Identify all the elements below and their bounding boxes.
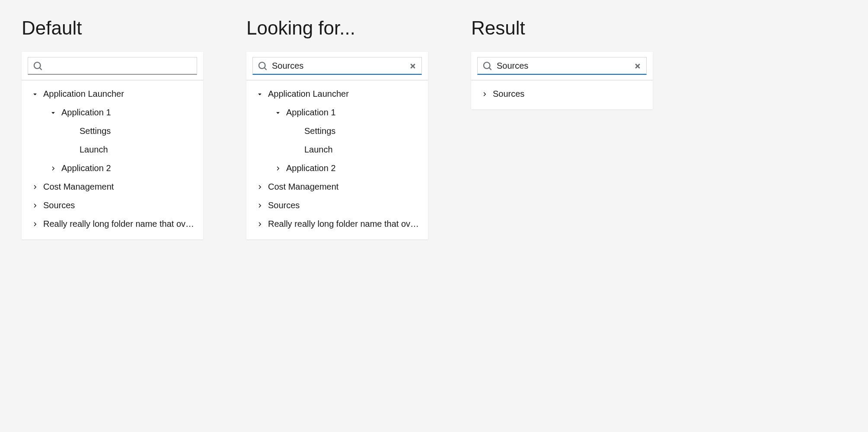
tree-node[interactable]: Launch — [22, 140, 203, 159]
column-title: Result — [471, 17, 653, 39]
chevron-down-icon[interactable] — [32, 91, 38, 97]
tree-node-label: Settings — [80, 126, 111, 136]
tree-node-label: Sources — [268, 200, 300, 210]
tree-node-label: Application Launcher — [268, 89, 349, 99]
tree-node-label: Application Launcher — [43, 89, 124, 99]
tree-node[interactable]: Sources — [22, 196, 203, 215]
search-icon — [258, 62, 267, 70]
search-wrapper — [22, 52, 203, 75]
tree-node[interactable]: Cost Management — [22, 178, 203, 196]
tree-panel: Sources — [471, 52, 653, 109]
tree-node[interactable]: Sources — [471, 85, 653, 103]
tree-node-label: Application 1 — [61, 108, 111, 118]
tree-node-label: Application 2 — [61, 163, 111, 173]
tree-node[interactable]: Application 1 — [246, 103, 428, 122]
chevron-right-icon[interactable] — [32, 221, 38, 227]
tree-list: Application LauncherApplication 1Setting… — [22, 80, 203, 239]
tree-node-label: Launch — [80, 145, 108, 155]
search-input[interactable] — [272, 61, 404, 71]
tree-node-label: Launch — [304, 145, 333, 155]
tree-node-label: Cost Management — [268, 182, 338, 192]
tree-node-label: Sources — [43, 200, 75, 210]
state-column: Looking for...Application LauncherApplic… — [246, 17, 428, 239]
chevron-right-icon[interactable] — [32, 203, 38, 209]
chevron-down-icon[interactable] — [275, 110, 281, 116]
tree-node[interactable]: Application 2 — [22, 159, 203, 178]
tree-panel: Application LauncherApplication 1Setting… — [22, 52, 203, 239]
clear-icon[interactable] — [409, 63, 416, 70]
search-wrapper — [246, 52, 428, 75]
tree-node-label: Really really long folder name that over… — [43, 219, 197, 229]
tree-node-label: Application 2 — [286, 163, 336, 173]
search-icon — [483, 62, 491, 70]
tree-node[interactable]: Settings — [22, 122, 203, 140]
chevron-right-icon[interactable] — [32, 184, 38, 190]
state-column: DefaultApplication LauncherApplication 1… — [22, 17, 203, 239]
state-column: ResultSources — [471, 17, 653, 109]
caret-spacer — [68, 128, 74, 134]
tree-node-label: Sources — [493, 89, 524, 99]
tree-node[interactable]: Application 1 — [22, 103, 203, 122]
caret-spacer — [68, 147, 74, 153]
chevron-down-icon[interactable] — [257, 91, 263, 97]
search-box[interactable] — [477, 57, 647, 75]
tree-node[interactable]: Application Launcher — [22, 85, 203, 103]
search-input[interactable] — [47, 61, 191, 71]
caret-spacer — [293, 147, 299, 153]
search-input[interactable] — [497, 61, 629, 71]
chevron-right-icon[interactable] — [257, 203, 263, 209]
column-title: Default — [22, 17, 203, 39]
search-icon — [33, 62, 42, 70]
tree-node-label: Application 1 — [286, 108, 336, 118]
tree-node[interactable]: Really really long folder name that over… — [22, 215, 203, 233]
chevron-right-icon[interactable] — [257, 184, 263, 190]
tree-list: Sources — [471, 80, 653, 109]
tree-node[interactable]: Settings — [246, 122, 428, 140]
tree-node[interactable]: Application Launcher — [246, 85, 428, 103]
tree-panel: Application LauncherApplication 1Setting… — [246, 52, 428, 239]
search-wrapper — [471, 52, 653, 75]
chevron-right-icon[interactable] — [257, 221, 263, 227]
search-box[interactable] — [252, 57, 422, 75]
tree-node-label: Really really long folder name that over… — [268, 219, 422, 229]
tree-node[interactable]: Cost Management — [246, 178, 428, 196]
chevron-right-icon[interactable] — [275, 165, 281, 172]
tree-node[interactable]: Sources — [246, 196, 428, 215]
tree-node-label: Settings — [304, 126, 335, 136]
clear-icon[interactable] — [634, 63, 641, 70]
tree-node[interactable]: Really really long folder name that over… — [246, 215, 428, 233]
chevron-down-icon[interactable] — [50, 110, 56, 116]
chevron-right-icon[interactable] — [482, 91, 488, 97]
chevron-right-icon[interactable] — [50, 165, 56, 172]
search-box[interactable] — [28, 57, 197, 75]
caret-spacer — [293, 128, 299, 134]
column-title: Looking for... — [246, 17, 428, 39]
tree-node[interactable]: Launch — [246, 140, 428, 159]
tree-node[interactable]: Application 2 — [246, 159, 428, 178]
tree-list: Application LauncherApplication 1Setting… — [246, 80, 428, 239]
tree-node-label: Cost Management — [43, 182, 114, 192]
